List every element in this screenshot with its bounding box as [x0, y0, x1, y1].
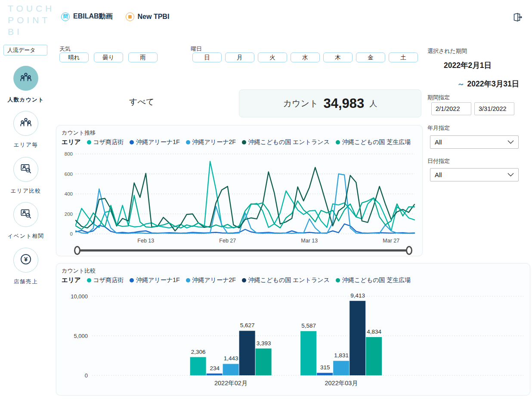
- legend-dot: [130, 140, 134, 144]
- sidebar-item-label: エリア毎: [14, 141, 38, 149]
- date-select-dropdown[interactable]: All: [430, 168, 519, 181]
- legend-item[interactable]: 沖縄こどもの国 エントランス: [242, 276, 330, 284]
- legend-item[interactable]: コザ商店街: [87, 276, 124, 284]
- svg-text:10,000: 10,000: [71, 293, 88, 300]
- legend-dot: [336, 140, 340, 144]
- app-logo: TOUCH POINT BI: [8, 3, 55, 37]
- count-unit: 人: [369, 98, 377, 109]
- start-date-input[interactable]: [431, 102, 471, 115]
- app-logo-line: TOUCH: [8, 3, 55, 14]
- svg-text:Feb 13: Feb 13: [137, 238, 154, 244]
- weekday-button-group: 日月火水木金土: [192, 52, 418, 62]
- sidebar-item-label: エリア比較: [11, 187, 41, 195]
- tab-label: EBILAB動画: [73, 12, 113, 21]
- legend-dot: [87, 278, 91, 282]
- sidebar-item-4[interactable]: ¥店舗売上: [0, 248, 52, 285]
- sidebar-filter-input[interactable]: [3, 45, 47, 55]
- header-tabs: 問 EBILAB動画 New TPBI: [61, 12, 169, 21]
- slider-track[interactable]: [77, 249, 409, 252]
- weekday-button[interactable]: 金: [356, 52, 385, 62]
- legend-dot: [242, 140, 246, 144]
- legend-name: 沖縄こどもの国 芝生広場: [342, 138, 411, 146]
- chevron-down-icon: [507, 140, 514, 144]
- legend-item[interactable]: コザ商店街: [87, 138, 124, 146]
- svg-text:5,000: 5,000: [74, 333, 88, 339]
- svg-text:400: 400: [65, 191, 73, 196]
- svg-text:234: 234: [210, 365, 220, 371]
- legend-dot: [186, 140, 190, 144]
- weather-button[interactable]: 晴れ: [59, 52, 89, 62]
- legend-name: コザ商店街: [93, 138, 124, 146]
- sidebar-item-2[interactable]: エリア比較: [0, 157, 52, 195]
- people-icon: [19, 116, 33, 131]
- weekday-button[interactable]: 火: [258, 52, 287, 62]
- weekday-button[interactable]: 木: [323, 52, 353, 62]
- weather-button[interactable]: 雨: [128, 52, 158, 62]
- bar-chart[interactable]: 05,00010,0002,3062341,4435,6273,3932022年…: [60, 288, 527, 393]
- legend-name: 沖縄アリーナ2F: [192, 138, 236, 146]
- tab-new-tpbi[interactable]: New TPBI: [126, 12, 170, 21]
- legend-item[interactable]: 沖縄アリーナ1F: [130, 276, 179, 284]
- logout-icon[interactable]: [511, 12, 523, 23]
- weekday-button[interactable]: 日: [192, 52, 222, 62]
- weekday-button[interactable]: 土: [389, 52, 418, 62]
- end-date-input[interactable]: [474, 102, 514, 115]
- svg-text:315: 315: [320, 364, 330, 371]
- legend-area-label: エリア: [62, 138, 81, 146]
- legend-dot: [242, 278, 246, 282]
- app-logo-line: BI: [8, 26, 55, 37]
- scope-label: すべて: [129, 96, 154, 107]
- line-chart[interactable]: 0200400600800Feb 13Feb 27Mar 13Mar 27: [59, 149, 421, 248]
- svg-text:800: 800: [65, 151, 73, 156]
- weather-filter-label: 天気: [59, 45, 71, 53]
- chevron-down-icon: [507, 173, 514, 177]
- legend-item[interactable]: 沖縄アリーナ2F: [186, 276, 236, 284]
- svg-text:1,831: 1,831: [334, 352, 349, 359]
- legend-area-label: エリア: [62, 276, 81, 284]
- legend-name: 沖縄こどもの国 エントランス: [248, 276, 330, 284]
- legend-dot: [87, 140, 91, 144]
- legend-item[interactable]: 沖縄こどもの国 芝生広場: [336, 276, 411, 284]
- slider-handle-left[interactable]: [74, 246, 80, 255]
- orange-square-circle-icon: [126, 12, 134, 21]
- svg-text:2022年02月: 2022年02月: [214, 380, 247, 387]
- svg-text:600: 600: [65, 172, 73, 177]
- period-end-date: 2022年3月31日: [467, 80, 520, 88]
- svg-text:2,306: 2,306: [191, 349, 206, 355]
- weather-button[interactable]: 曇り: [94, 52, 123, 62]
- svg-text:3,393: 3,393: [257, 340, 271, 347]
- legend-item[interactable]: 沖縄アリーナ1F: [130, 138, 179, 146]
- month-select-value: All: [435, 138, 442, 146]
- sidebar-item-3[interactable]: イベント相関: [0, 202, 52, 240]
- legend-item[interactable]: 沖縄こどもの国 芝生広場: [336, 138, 411, 146]
- sidebar-item-1[interactable]: エリア毎: [0, 111, 52, 149]
- svg-text:2022年03月: 2022年03月: [325, 380, 358, 387]
- count-trend-panel: カウント推移 エリアコザ商店街沖縄アリーナ1F沖縄アリーナ2F沖縄こどもの国 エ…: [56, 125, 423, 256]
- area-compare-icon: [19, 162, 33, 177]
- app-logo-line: POINT: [8, 14, 55, 26]
- legend-item[interactable]: 沖縄アリーナ2F: [186, 138, 236, 146]
- range-picker-label: 期間指定: [427, 94, 450, 101]
- time-range-slider: [77, 246, 409, 255]
- svg-text:5,587: 5,587: [301, 322, 316, 329]
- sidebar-item-label: 店舗売上: [14, 278, 38, 285]
- svg-text:4,834: 4,834: [367, 328, 381, 335]
- svg-text:Feb 27: Feb 27: [219, 238, 236, 244]
- weekday-button[interactable]: 水: [291, 52, 320, 62]
- weekday-filter-label: 曜日: [191, 45, 202, 53]
- count-value: 34,983: [324, 96, 365, 111]
- legend-item[interactable]: 沖縄こどもの国 エントランス: [242, 138, 330, 146]
- date-select-value: All: [435, 171, 442, 178]
- weekday-button[interactable]: 月: [225, 52, 254, 62]
- month-select-dropdown[interactable]: All: [430, 135, 519, 149]
- sidebar-item-0[interactable]: 人数カウント: [0, 66, 52, 104]
- yen-icon: ¥: [19, 252, 33, 268]
- selected-period-label: 選択された期間: [427, 47, 467, 55]
- sidebar-item-label: イベント相関: [7, 233, 44, 240]
- legend-dot: [186, 278, 190, 282]
- legend-name: 沖縄こどもの国 芝生広場: [342, 276, 411, 284]
- svg-text:5,627: 5,627: [240, 322, 255, 328]
- tab-ebilab-video[interactable]: 問 EBILAB動画: [61, 12, 113, 21]
- svg-text:0: 0: [70, 231, 73, 236]
- slider-handle-right[interactable]: [406, 246, 412, 255]
